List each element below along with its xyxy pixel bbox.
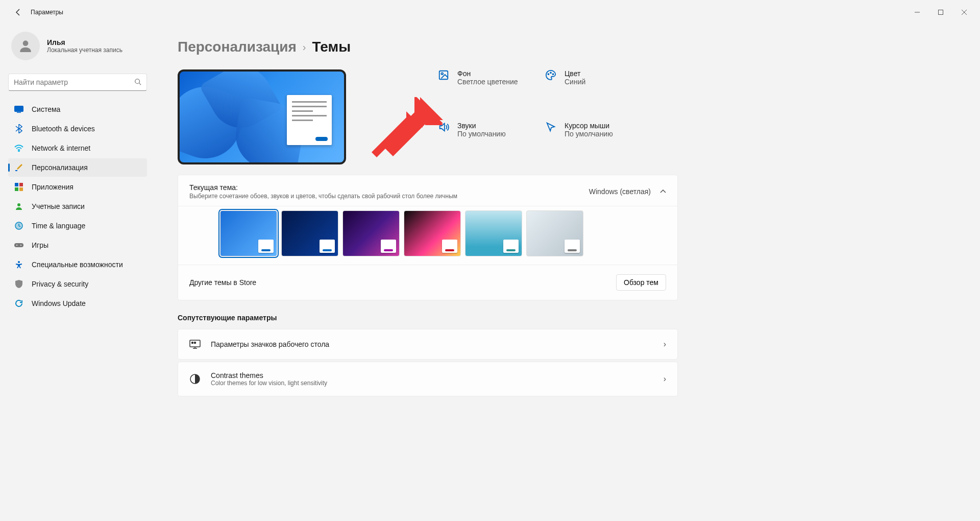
svg-rect-12 xyxy=(19,183,23,186)
maximize-button[interactable] xyxy=(929,4,952,20)
background-setting[interactable]: ФонСветлое цветение xyxy=(438,69,545,112)
profile-sub: Локальная учетная запись xyxy=(47,46,122,54)
clock-icon xyxy=(14,221,23,230)
chevron-right-icon: › xyxy=(664,340,666,349)
apps-icon xyxy=(14,182,23,192)
svg-rect-22 xyxy=(439,71,448,80)
svg-point-15 xyxy=(17,203,20,206)
image-icon xyxy=(438,69,449,81)
cursor-setting[interactable]: Курсор мышиПо умолчанию xyxy=(545,122,652,164)
browse-themes-button[interactable]: Обзор тем xyxy=(616,274,666,291)
svg-rect-7 xyxy=(15,106,23,112)
contrast-themes-row[interactable]: Contrast themesColor themes for low visi… xyxy=(178,362,678,396)
cursor-icon xyxy=(545,122,556,133)
theme-thumb[interactable] xyxy=(342,210,400,256)
svg-point-32 xyxy=(192,342,193,344)
svg-rect-14 xyxy=(19,187,23,191)
current-theme-header[interactable]: Текущая тема: Выберите сочетание обоев, … xyxy=(178,175,677,206)
color-setting[interactable]: ЦветСиний xyxy=(545,69,652,112)
minimize-button[interactable] xyxy=(905,4,929,20)
store-themes-row: Другие темы в Store Обзор тем xyxy=(178,265,677,300)
theme-thumbnails xyxy=(178,206,677,265)
nav-apps[interactable]: Приложения xyxy=(8,178,147,196)
content: Персонализация › Темы ФонСветлое цветени… xyxy=(153,25,980,521)
shield-icon xyxy=(14,279,23,289)
avatar-icon xyxy=(11,32,40,60)
nav-accounts[interactable]: Учетные записи xyxy=(8,197,147,216)
nav-accessibility[interactable]: Специальные возможности xyxy=(8,255,147,274)
svg-point-9 xyxy=(18,151,19,152)
nav-time[interactable]: Time & language xyxy=(8,217,147,235)
svg-point-24 xyxy=(548,74,549,75)
svg-rect-10 xyxy=(15,170,17,171)
current-theme-card: Текущая тема: Выберите сочетание обоев, … xyxy=(178,175,678,300)
person-icon xyxy=(14,202,23,211)
paintbrush-icon xyxy=(14,163,23,172)
nav-gaming[interactable]: Игры xyxy=(8,236,147,254)
close-button[interactable] xyxy=(952,4,976,20)
svg-point-5 xyxy=(135,79,140,83)
breadcrumb-current: Темы xyxy=(312,39,351,55)
related-section-title: Сопутствующие параметры xyxy=(178,314,955,322)
search-box[interactable] xyxy=(8,74,147,91)
gamepad-icon xyxy=(14,241,23,250)
theme-thumb[interactable] xyxy=(404,210,461,256)
sidebar: Илья Локальная учетная запись Система Bl… xyxy=(0,25,153,521)
chevron-right-icon: › xyxy=(664,374,666,384)
nav-system[interactable]: Система xyxy=(8,100,147,119)
svg-point-23 xyxy=(441,73,443,75)
svg-line-6 xyxy=(139,83,141,85)
breadcrumb: Персонализация › Темы xyxy=(178,39,955,55)
svg-point-4 xyxy=(23,40,29,46)
theme-thumb[interactable] xyxy=(526,210,583,256)
theme-thumb[interactable] xyxy=(465,210,522,256)
window-controls xyxy=(905,4,976,20)
titlebar: Параметры xyxy=(0,0,980,25)
svg-point-20 xyxy=(20,245,21,246)
search-icon xyxy=(134,78,141,87)
bluetooth-icon xyxy=(14,124,23,133)
svg-rect-18 xyxy=(14,243,23,247)
svg-rect-13 xyxy=(15,187,18,191)
nav-personalization[interactable]: Персонализация xyxy=(8,158,147,177)
svg-rect-8 xyxy=(17,112,21,113)
system-icon xyxy=(14,105,23,114)
back-button[interactable] xyxy=(8,2,29,22)
contrast-icon xyxy=(189,373,201,385)
desktop-icons-icon xyxy=(189,339,201,350)
profile[interactable]: Илья Локальная учетная запись xyxy=(8,25,147,74)
svg-point-19 xyxy=(16,245,17,246)
current-theme-name: Windows (светлая) xyxy=(589,187,651,196)
breadcrumb-parent[interactable]: Персонализация xyxy=(178,39,297,55)
profile-name: Илья xyxy=(47,38,122,46)
theme-hero: ФонСветлое цветение ЦветСиний ЗвукиПо ум… xyxy=(178,69,955,164)
svg-point-21 xyxy=(18,261,20,263)
nav-network[interactable]: Network & internet xyxy=(8,139,147,157)
svg-point-33 xyxy=(194,342,196,344)
svg-point-25 xyxy=(550,73,551,74)
update-icon xyxy=(14,299,23,308)
preview-window-icon xyxy=(287,95,332,145)
palette-icon xyxy=(545,69,556,81)
chevron-up-icon xyxy=(660,188,666,195)
wifi-icon xyxy=(14,144,23,153)
desktop-icons-row[interactable]: Параметры значков рабочего стола › xyxy=(178,329,678,360)
theme-thumb[interactable] xyxy=(220,210,277,256)
accessibility-icon xyxy=(14,260,23,269)
nav-bluetooth[interactable]: Bluetooth & devices xyxy=(8,120,147,138)
nav-privacy[interactable]: Privacy & security xyxy=(8,275,147,293)
theme-properties: ФонСветлое цветение ЦветСиний ЗвукиПо ум… xyxy=(438,69,652,164)
search-input[interactable] xyxy=(14,78,134,86)
annotation-arrow-icon xyxy=(372,97,443,163)
desktop-preview xyxy=(178,69,346,164)
chevron-right-icon: › xyxy=(303,41,306,53)
nav-update[interactable]: Windows Update xyxy=(8,294,147,313)
svg-point-26 xyxy=(553,74,554,75)
svg-rect-1 xyxy=(939,10,943,15)
svg-rect-11 xyxy=(15,183,18,186)
sounds-setting[interactable]: ЗвукиПо умолчанию xyxy=(438,122,545,164)
window-title: Параметры xyxy=(31,9,63,16)
nav: Система Bluetooth & devices Network & in… xyxy=(8,100,147,313)
theme-thumb[interactable] xyxy=(281,210,338,256)
